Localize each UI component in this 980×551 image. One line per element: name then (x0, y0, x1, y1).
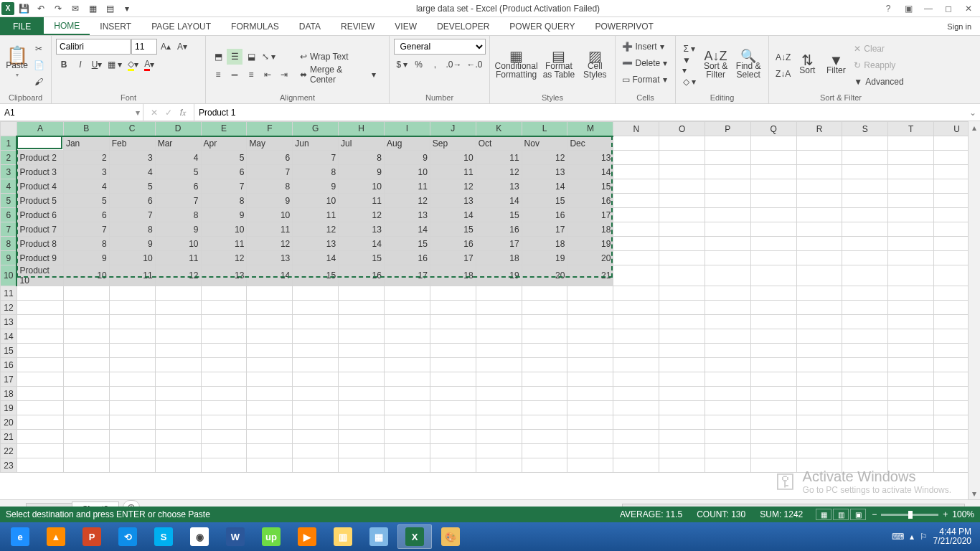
cell-Q23[interactable] (750, 458, 796, 473)
cell-K22[interactable] (476, 444, 522, 458)
enter-icon[interactable]: ✓ (162, 108, 175, 118)
cell-T17[interactable] (888, 372, 934, 387)
taskbar-vlc-icon[interactable]: ▲ (39, 524, 73, 549)
cell-N20[interactable] (613, 415, 659, 430)
cell-T12[interactable] (888, 301, 934, 315)
cell-J4[interactable]: 12 (430, 179, 476, 194)
cell-Q19[interactable] (750, 401, 796, 415)
minimize-icon[interactable]: — (921, 4, 936, 14)
cell-L14[interactable] (522, 329, 567, 344)
clear-filter-button[interactable]: ✕Clear (852, 41, 908, 57)
cell-D14[interactable] (155, 329, 201, 344)
tab-powerpivot[interactable]: POWERPIVOT (585, 17, 663, 35)
cell-Q9[interactable] (750, 251, 796, 265)
cell-T14[interactable] (888, 329, 934, 344)
increase-indent-icon[interactable]: ⇥ (276, 67, 292, 83)
row-header-11[interactable]: 11 (1, 286, 17, 301)
cell-E5[interactable]: 8 (201, 194, 247, 208)
cell-K18[interactable] (476, 387, 522, 401)
cell-R15[interactable] (796, 344, 842, 358)
cell-O20[interactable] (659, 415, 705, 430)
cell-R9[interactable] (796, 251, 842, 265)
cell-Q11[interactable] (750, 286, 796, 301)
cell-J22[interactable] (430, 444, 476, 458)
cell-M1[interactable]: Dec (567, 136, 613, 151)
cell-I5[interactable]: 12 (384, 194, 430, 208)
cell-P5[interactable] (705, 194, 750, 208)
cell-N2[interactable] (613, 151, 659, 165)
reapply-button[interactable]: ↻Reapply (852, 57, 908, 73)
cell-R1[interactable] (796, 136, 842, 151)
find-select-button[interactable]: 🔍Find & Select (732, 42, 764, 89)
cell-T21[interactable] (888, 430, 934, 444)
cell-L1[interactable]: Nov (522, 136, 567, 151)
cell-N14[interactable] (613, 329, 659, 344)
col-header-L[interactable]: L (522, 122, 567, 136)
cell-T20[interactable] (888, 415, 934, 430)
cell-G11[interactable] (293, 286, 339, 301)
cell-I3[interactable]: 10 (384, 165, 430, 179)
cell-B23[interactable] (63, 458, 109, 473)
cell-P8[interactable] (705, 237, 750, 251)
cell-P9[interactable] (705, 251, 750, 265)
cell-L8[interactable]: 18 (522, 237, 567, 251)
cell-C1[interactable]: Feb (109, 136, 155, 151)
cell-M6[interactable]: 17 (567, 208, 613, 222)
cell-L15[interactable] (522, 344, 567, 358)
cell-D6[interactable]: 8 (155, 208, 201, 222)
cell-R22[interactable] (796, 444, 842, 458)
cell-L23[interactable] (522, 458, 567, 473)
row-header-1[interactable]: 1 (1, 136, 17, 151)
cell-A22[interactable] (17, 444, 63, 458)
spreadsheet-grid[interactable]: ABCDEFGHIJKLMNOPQRSTU1Product 1JanFebMar… (0, 121, 980, 499)
cell-A6[interactable]: Product 6 (17, 208, 63, 222)
cell-K23[interactable] (476, 458, 522, 473)
select-all-corner[interactable] (1, 122, 17, 136)
cell-O6[interactable] (659, 208, 705, 222)
page-layout-view-icon[interactable]: ▥ (833, 509, 849, 520)
cell-H22[interactable] (339, 444, 385, 458)
cell-H11[interactable] (339, 286, 385, 301)
cell-F11[interactable] (247, 286, 293, 301)
cell-M17[interactable] (567, 372, 613, 387)
cell-N11[interactable] (613, 286, 659, 301)
cell-Q20[interactable] (750, 415, 796, 430)
cell-A20[interactable] (17, 415, 63, 430)
cell-B10[interactable]: 10 (63, 265, 109, 286)
cell-Q13[interactable] (750, 315, 796, 329)
cell-A1[interactable]: Product 1 (17, 136, 63, 151)
sort-asc-icon[interactable]: A↓Z (773, 50, 793, 65)
cell-C3[interactable]: 4 (109, 165, 155, 179)
cell-B8[interactable]: 8 (63, 237, 109, 251)
cell-S7[interactable] (842, 222, 888, 237)
close-icon[interactable]: ✕ (961, 4, 976, 14)
decrease-font-icon[interactable]: A▾ (174, 39, 190, 55)
cell-D20[interactable] (155, 415, 201, 430)
cell-N17[interactable] (613, 372, 659, 387)
cell-J11[interactable] (430, 286, 476, 301)
cell-G18[interactable] (293, 387, 339, 401)
cell-S20[interactable] (842, 415, 888, 430)
cell-R18[interactable] (796, 387, 842, 401)
name-box[interactable]: ▾ (0, 104, 143, 121)
align-middle-icon[interactable]: ☰ (227, 49, 242, 65)
cell-C8[interactable]: 9 (109, 237, 155, 251)
cell-L6[interactable]: 16 (522, 208, 567, 222)
cell-M21[interactable] (567, 430, 613, 444)
cell-E4[interactable]: 7 (201, 179, 247, 194)
col-header-G[interactable]: G (293, 122, 339, 136)
cell-N19[interactable] (613, 401, 659, 415)
cell-K8[interactable]: 17 (476, 237, 522, 251)
cell-J3[interactable]: 11 (430, 165, 476, 179)
cell-S21[interactable] (842, 430, 888, 444)
cell-L12[interactable] (522, 301, 567, 315)
row-header-4[interactable]: 4 (1, 179, 17, 194)
cell-O18[interactable] (659, 387, 705, 401)
cell-K10[interactable]: 19 (476, 265, 522, 286)
row-header-10[interactable]: 10 (1, 265, 17, 286)
col-header-E[interactable]: E (201, 122, 247, 136)
cell-E18[interactable] (201, 387, 247, 401)
cell-C17[interactable] (109, 372, 155, 387)
zoom-out-icon[interactable]: − (872, 509, 877, 519)
cell-A18[interactable] (17, 387, 63, 401)
